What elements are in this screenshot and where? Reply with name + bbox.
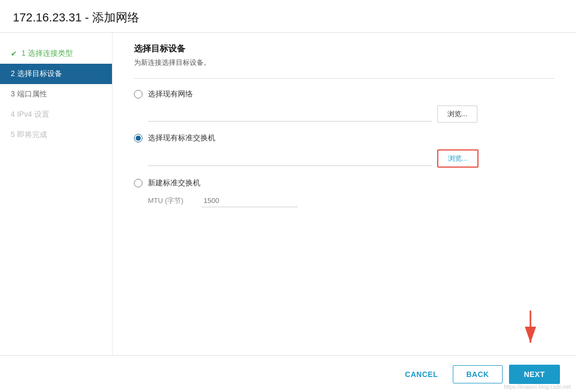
browse-button-1[interactable]: 浏览... [437, 105, 477, 123]
browse-button-2[interactable]: 浏览... [437, 149, 478, 168]
main-content: 选择目标设备 为新连接选择目标设备。 选择现有网络 浏览... 选择现有标准交换… [113, 33, 576, 355]
section-title: 选择目标设备 [134, 43, 555, 55]
divider [134, 78, 555, 79]
mtu-input[interactable] [201, 194, 298, 207]
radio-option-existing-switch[interactable]: 选择现有标准交换机 [134, 133, 555, 143]
sidebar-step3-label: 3 端口属性 [11, 89, 47, 99]
browse-input-1[interactable] [148, 107, 432, 122]
footer: CANCEL BACK NEXT [0, 355, 576, 392]
check-icon: ✔ [11, 49, 17, 58]
sidebar-step2-label: 2 选择目标设备 [11, 69, 62, 79]
radio-new-switch[interactable] [134, 179, 143, 187]
radio-option-new-switch[interactable]: 新建标准交换机 [134, 178, 555, 188]
radio-new-switch-label: 新建标准交换机 [148, 178, 200, 188]
sidebar-item-step1[interactable]: ✔ 1 选择连接类型 [0, 43, 112, 64]
radio-existing-switch[interactable] [134, 134, 143, 142]
mtu-label: MTU (字节) [148, 196, 191, 206]
sidebar-step4-label: 4 IPv4 设置 [11, 110, 49, 119]
sidebar: ✔ 1 选择连接类型 2 选择目标设备 3 端口属性 4 IPv4 设置 5 即… [0, 33, 113, 355]
browse-input-2[interactable] [148, 151, 432, 166]
radio-existing-network[interactable] [134, 90, 143, 99]
content-area: ✔ 1 选择连接类型 2 选择目标设备 3 端口属性 4 IPv4 设置 5 即… [0, 33, 576, 355]
radio-existing-network-label: 选择现有网络 [148, 89, 193, 99]
sidebar-item-step3[interactable]: 3 端口属性 [0, 84, 112, 104]
next-button[interactable]: NEXT [509, 365, 560, 384]
sidebar-item-step4: 4 IPv4 设置 [0, 104, 112, 125]
radio-existing-switch-label: 选择现有标准交换机 [148, 133, 215, 143]
sidebar-item-step5: 5 即将完成 [0, 125, 112, 145]
browse-row-1: 浏览... [148, 105, 555, 123]
sidebar-step1-label: 1 选择连接类型 [21, 49, 73, 58]
mtu-row: MTU (字节) [148, 194, 555, 207]
section-desc: 为新连接选择目标设备。 [134, 58, 555, 67]
watermark: https://imason.blog.csdn.net [504, 384, 571, 390]
sidebar-step5-label: 5 即将完成 [11, 130, 47, 140]
sidebar-item-step2[interactable]: 2 选择目标设备 [0, 64, 112, 84]
browse-row-2: 浏览... [148, 149, 555, 168]
radio-option-existing-network[interactable]: 选择现有网络 [134, 89, 555, 99]
page-title: 172.16.23.31 - 添加网络 [0, 0, 576, 33]
back-button[interactable]: BACK [453, 365, 502, 383]
cancel-button[interactable]: CANCEL [397, 366, 446, 383]
